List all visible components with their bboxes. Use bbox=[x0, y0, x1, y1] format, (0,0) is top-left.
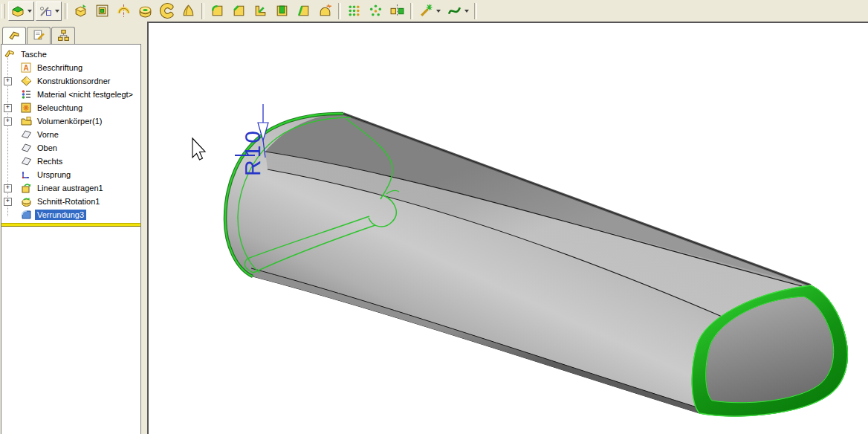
panel-splitter[interactable] bbox=[141, 22, 146, 434]
fillet-button[interactable] bbox=[207, 1, 227, 21]
tree-item-label: Tasche bbox=[19, 49, 49, 59]
lighting-icon bbox=[21, 103, 32, 113]
fillet-icon bbox=[210, 3, 225, 19]
panel-tabs bbox=[2, 27, 76, 45]
dimension-r10[interactable]: R10 bbox=[235, 104, 268, 176]
revolve-cut-feature-icon bbox=[21, 196, 32, 207]
tree-item-label: Schnitt-Rotation1 bbox=[35, 196, 102, 207]
tree-item-label: Konstruktionsordner bbox=[35, 76, 112, 86]
tree-item-verrundung3[interactable]: Verrundung3 bbox=[1, 208, 140, 221]
extruded-boss-icon bbox=[73, 3, 88, 19]
dome-button[interactable] bbox=[315, 1, 335, 21]
dome-icon bbox=[317, 3, 333, 19]
features-toolbar bbox=[0, 0, 868, 22]
tree-item-root[interactable]: Tasche bbox=[1, 48, 140, 61]
plane-icon bbox=[21, 143, 32, 153]
tree-item-label: Beleuchtung bbox=[35, 103, 85, 113]
model-canvas[interactable]: R10 bbox=[149, 23, 868, 434]
expand-toggle[interactable]: + bbox=[4, 198, 12, 206]
linear-pattern-icon bbox=[346, 3, 362, 19]
toolbar-separator bbox=[410, 3, 413, 19]
extruded-cut-icon bbox=[94, 3, 110, 19]
tree-item-label: Ursprung bbox=[35, 169, 73, 180]
featuremanager-tab[interactable] bbox=[2, 27, 26, 45]
expand-toggle[interactable]: + bbox=[4, 77, 12, 85]
tree-item-ursprung[interactable]: Ursprung bbox=[1, 168, 140, 181]
extruded-cut-button[interactable] bbox=[92, 1, 112, 21]
mouse-cursor bbox=[192, 138, 205, 160]
shell-icon bbox=[274, 3, 290, 19]
tree-item-label: Vorne bbox=[35, 129, 61, 140]
material-icon bbox=[21, 89, 32, 100]
toolbar-separator bbox=[474, 3, 477, 19]
toolbar-separator bbox=[338, 3, 341, 19]
hole-wizard-button[interactable] bbox=[416, 1, 443, 21]
revolved-boss-button[interactable] bbox=[114, 1, 134, 21]
tree-item-label: Oben bbox=[35, 143, 59, 153]
chevron-down-icon bbox=[27, 10, 32, 13]
tree-item-material[interactable]: Material <nicht festgelegt> bbox=[1, 88, 140, 101]
hole-wizard-icon bbox=[418, 3, 434, 19]
origin-icon bbox=[21, 169, 32, 180]
plane-icon bbox=[21, 156, 32, 166]
mirror-button[interactable] bbox=[387, 1, 407, 21]
revolved-cut-icon bbox=[137, 3, 153, 19]
chamfer-icon bbox=[231, 3, 247, 19]
featuremanager-tab-icon bbox=[8, 30, 21, 44]
expand-toggle[interactable]: + bbox=[4, 104, 12, 112]
linear-pattern-button[interactable] bbox=[344, 1, 364, 21]
configurationmanager-tab-icon bbox=[57, 29, 70, 43]
configurationmanager-tab[interactable] bbox=[51, 27, 75, 45]
circular-pattern-button[interactable] bbox=[366, 1, 386, 21]
construction-folder-icon bbox=[21, 76, 32, 86]
tree-item-volumenkoerper[interactable]: + Volumenkörper(1) bbox=[1, 114, 140, 128]
mirror-icon bbox=[389, 3, 405, 19]
curves-icon bbox=[447, 3, 462, 19]
revolved-boss-icon bbox=[116, 3, 132, 19]
toolbar-grip[interactable] bbox=[1, 4, 5, 19]
sketch-flyout-button[interactable] bbox=[36, 1, 62, 21]
expand-toggle[interactable]: + bbox=[4, 184, 12, 192]
circular-pattern-icon bbox=[368, 3, 383, 19]
tree-item-vorne[interactable]: Vorne bbox=[1, 128, 140, 141]
tree-item-schnitt-rotation1[interactable]: + Schnitt-Rotation1 bbox=[1, 195, 140, 208]
revolved-cut-button[interactable] bbox=[135, 1, 155, 21]
rollback-bar[interactable] bbox=[1, 223, 140, 227]
expand-toggle[interactable]: + bbox=[4, 117, 12, 126]
tree-item-label: Material <nicht festgelegt> bbox=[35, 89, 135, 100]
feature-tree: Tasche A Beschriftung + Konstruktionsord… bbox=[1, 44, 141, 434]
tree-item-label: Rechts bbox=[35, 156, 65, 166]
graphics-viewport[interactable]: R10 bbox=[147, 22, 868, 434]
features-flyout-button[interactable] bbox=[8, 1, 34, 21]
chevron-down-icon bbox=[55, 10, 59, 13]
features-flyout-icon bbox=[10, 4, 25, 19]
dimension-label: R10 bbox=[240, 129, 265, 176]
tree-item-label: Volumenkörper(1) bbox=[35, 116, 104, 126]
feature-manager-panel: Tasche A Beschriftung + Konstruktionsord… bbox=[0, 22, 147, 434]
lofted-button[interactable] bbox=[178, 1, 198, 21]
shell-button[interactable] bbox=[272, 1, 292, 21]
tree-item-konstruktionsordner[interactable]: + Konstruktionsordner bbox=[1, 74, 140, 88]
propertymanager-tab-icon bbox=[33, 29, 45, 43]
tree-item-label: Verrundung3 bbox=[35, 210, 86, 220]
toolbar-separator bbox=[65, 3, 68, 19]
solid-bodies-folder-icon bbox=[21, 116, 32, 126]
swept-button[interactable] bbox=[157, 1, 177, 21]
rib-button[interactable] bbox=[250, 1, 271, 21]
chamfer-button[interactable] bbox=[229, 1, 249, 21]
propertymanager-tab[interactable] bbox=[27, 27, 51, 45]
draft-icon bbox=[296, 3, 311, 19]
tree-item-linear-austragen1[interactable]: + Linear austragen1 bbox=[1, 181, 140, 195]
annotation-icon: A bbox=[21, 62, 32, 73]
tree-item-oben[interactable]: Oben bbox=[1, 141, 140, 155]
tree-item-beschriftung[interactable]: A Beschriftung bbox=[1, 61, 140, 74]
toolbar-separator bbox=[201, 3, 204, 19]
curves-button[interactable] bbox=[444, 1, 471, 21]
draft-button[interactable] bbox=[294, 1, 314, 21]
lofted-icon bbox=[181, 3, 196, 19]
tree-item-beleuchtung[interactable]: + Beleuchtung bbox=[1, 101, 140, 114]
extruded-boss-button[interactable] bbox=[71, 1, 91, 21]
rib-icon bbox=[253, 3, 268, 19]
tree-item-rechts[interactable]: Rechts bbox=[1, 155, 140, 168]
chevron-down-icon bbox=[436, 10, 441, 13]
